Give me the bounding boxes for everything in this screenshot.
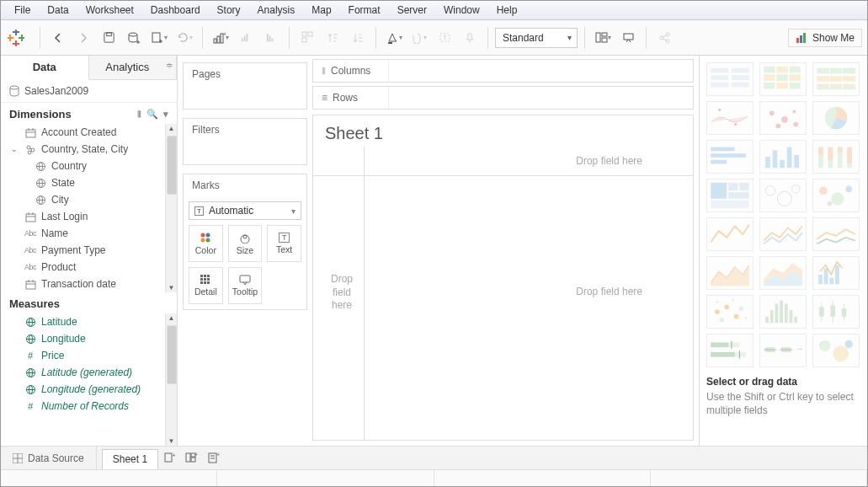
share-button[interactable] <box>653 27 675 49</box>
chart-type-thumb[interactable] <box>706 217 754 251</box>
sort-desc-button[interactable] <box>260 27 282 49</box>
menu-file[interactable]: File <box>6 3 39 18</box>
dimension-field[interactable]: AbcName <box>1 225 177 242</box>
dimension-field[interactable]: Country <box>1 158 177 174</box>
measure-field[interactable]: #Number of Records <box>1 398 177 415</box>
sheet-title[interactable]: Sheet 1 <box>313 115 693 147</box>
chart-type-thumb[interactable] <box>759 62 807 96</box>
chart-type-thumb[interactable] <box>759 217 807 251</box>
datasource-tab[interactable]: Data Source <box>1 447 97 469</box>
chart-type-thumb[interactable] <box>812 62 860 96</box>
menu-map[interactable]: Map <box>303 3 339 18</box>
menu-dashboard[interactable]: Dashboard <box>142 3 209 18</box>
measure-field[interactable]: #Price <box>1 347 177 364</box>
forward-button[interactable] <box>72 27 94 49</box>
measures-scrollbar[interactable]: ▲▼ <box>165 313 177 446</box>
chart-type-thumb[interactable] <box>706 334 754 367</box>
menu-story[interactable]: Story <box>209 3 249 18</box>
tab-data[interactable]: Data <box>1 56 89 80</box>
chart-type-thumb[interactable] <box>812 217 860 251</box>
chart-type-thumb[interactable] <box>706 101 754 135</box>
presentation-button[interactable] <box>617 27 639 49</box>
mark-text[interactable]: TText <box>267 225 301 262</box>
mark-type-dropdown[interactable]: TAutomatic ▾ <box>189 201 301 220</box>
dimension-field[interactable]: Last Login <box>1 208 177 225</box>
group-button[interactable] <box>296 27 318 49</box>
dimension-field[interactable]: City <box>1 191 177 208</box>
show-me-button[interactable]: Show Me <box>788 29 862 47</box>
tableau-logo-icon[interactable] <box>6 28 26 48</box>
dimension-field[interactable]: Account Created <box>1 124 177 141</box>
chart-type-thumb[interactable]: → <box>759 334 807 367</box>
pin-button[interactable] <box>459 27 481 49</box>
menu-worksheet[interactable]: Worksheet <box>77 3 142 18</box>
swap-button[interactable]: +▾ <box>210 27 232 49</box>
chart-type-thumb[interactable] <box>812 295 860 329</box>
chart-type-thumb[interactable] <box>759 256 807 290</box>
filters-shelf[interactable]: Filters <box>183 118 307 165</box>
chart-type-thumb[interactable] <box>759 101 807 135</box>
highlight-button[interactable]: ▾ <box>383 27 405 49</box>
chart-type-thumb[interactable] <box>812 179 860 212</box>
dimension-field[interactable]: AbcProduct <box>1 259 177 276</box>
menu-help[interactable]: Help <box>488 3 526 18</box>
save-button[interactable] <box>98 27 120 49</box>
chart-type-thumb[interactable] <box>759 179 807 212</box>
chart-type-thumb[interactable] <box>706 62 754 96</box>
mark-tooltip[interactable]: Tooltip <box>228 267 263 304</box>
menu-format[interactable]: Format <box>340 3 389 18</box>
measure-field[interactable]: Longitude <box>1 330 177 347</box>
dimension-field[interactable]: ⌄Country, State, City <box>1 141 177 158</box>
new-story-tab-button[interactable]: + <box>202 447 224 469</box>
tab-analytics[interactable]: Analytics≑ <box>89 56 178 79</box>
chart-type-thumb[interactable] <box>812 101 860 135</box>
svg-text:+: + <box>716 299 719 305</box>
search-icon[interactable]: 🔍 <box>146 109 158 120</box>
measure-field[interactable]: Latitude <box>1 313 177 330</box>
svg-rect-107 <box>711 83 728 88</box>
chart-type-thumb[interactable] <box>812 140 860 174</box>
view-canvas[interactable]: Sheet 1 Drop field here Drop field here … <box>312 115 694 441</box>
refresh-button[interactable]: ▾ <box>173 27 195 49</box>
chart-type-thumb[interactable] <box>812 334 860 367</box>
menu-analysis[interactable]: Analysis <box>249 3 304 18</box>
dimensions-menu-icon[interactable]: ▾ <box>163 109 168 120</box>
new-dashboard-tab-button[interactable]: + <box>180 447 202 469</box>
chart-type-thumb[interactable] <box>706 256 754 290</box>
chart-type-thumb[interactable] <box>706 140 754 174</box>
chart-type-thumb[interactable] <box>812 256 860 290</box>
dimension-field[interactable]: State <box>1 174 177 191</box>
mark-detail[interactable]: Detail <box>189 267 223 304</box>
sheet-tab-1[interactable]: Sheet 1 <box>102 449 158 469</box>
menu-server[interactable]: Server <box>389 3 435 18</box>
datasource-row[interactable]: SalesJan2009 <box>1 80 177 103</box>
dimension-field[interactable]: Transaction date <box>1 276 177 292</box>
view-list-icon[interactable]: ⫴ <box>137 109 141 120</box>
chart-type-thumb[interactable]: +++ <box>706 295 754 329</box>
fit-dropdown[interactable]: Standard <box>495 28 578 48</box>
attach-button[interactable]: ▾ <box>408 27 430 49</box>
chart-type-thumb[interactable] <box>706 179 754 212</box>
chart-type-thumb[interactable] <box>759 295 807 329</box>
back-button[interactable] <box>47 27 69 49</box>
columns-shelf[interactable]: ⦀Columns <box>312 59 694 83</box>
new-worksheet-button[interactable]: ▾ <box>148 27 170 49</box>
sort-asc-button[interactable] <box>235 27 257 49</box>
mark-color[interactable]: Color <box>189 225 223 262</box>
dimensions-scrollbar[interactable]: ▲▼ <box>165 124 177 292</box>
menu-window[interactable]: Window <box>435 3 488 18</box>
measure-field[interactable]: Longitude (generated) <box>1 381 177 398</box>
label-button[interactable]: T <box>434 27 455 49</box>
menu-data[interactable]: Data <box>39 3 77 18</box>
sort-fields-asc-button[interactable] <box>322 27 343 49</box>
cards-toggle-button[interactable]: ▾ <box>592 27 614 49</box>
chart-type-thumb[interactable] <box>759 140 807 174</box>
pages-shelf[interactable]: Pages <box>183 62 307 110</box>
sort-fields-desc-button[interactable] <box>347 27 369 49</box>
rows-shelf[interactable]: ≡Rows <box>312 86 694 110</box>
new-datasource-button[interactable] <box>123 27 145 49</box>
measure-field[interactable]: Latitude (generated) <box>1 364 177 381</box>
dimension-field[interactable]: AbcPayment Type <box>1 242 177 259</box>
mark-size[interactable]: Size <box>228 225 263 262</box>
new-worksheet-tab-button[interactable]: + <box>158 447 180 469</box>
